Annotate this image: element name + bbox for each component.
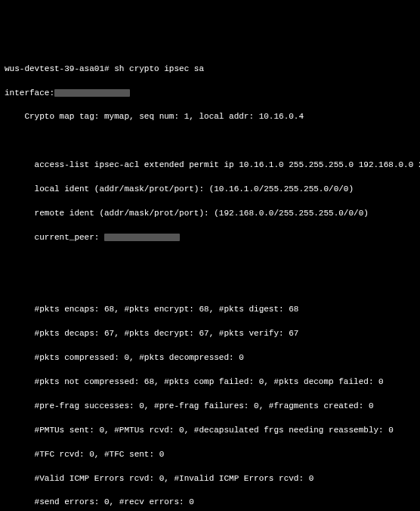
access-list-line: access-list ipsec-acl extended permit ip… bbox=[5, 159, 415, 172]
pkts-compressed-line: #pkts compressed: 0, #pkts decompressed:… bbox=[5, 352, 415, 364]
prefrag-line: #pre-frag successes: 0, #pre-frag failur… bbox=[5, 401, 415, 413]
local-ident-line: local ident (addr/mask/prot/port): (10.1… bbox=[5, 184, 415, 196]
pkts-decaps-line: #pkts decaps: 67, #pkts decrypt: 67, #pk… bbox=[5, 328, 415, 340]
terminal-output: wus-devtest-39-asa01# sh crypto ipsec sa… bbox=[5, 51, 415, 511]
send-errors-line: #send errors: 0, #recv errors: 0 bbox=[5, 497, 415, 509]
tfc-line: #TFC rcvd: 0, #TFC sent: 0 bbox=[5, 449, 415, 461]
prompt-line[interactable]: wus-devtest-39-asa01# sh crypto ipsec sa bbox=[5, 63, 415, 76]
command-text: sh crypto ipsec sa bbox=[114, 64, 204, 73]
interface-line: interface: bbox=[5, 88, 415, 100]
pmtus-line: #PMTUs sent: 0, #PMTUs rcvd: 0, #decapsu… bbox=[5, 425, 415, 437]
host-prompt: wus-devtest-39-asa01# bbox=[5, 64, 110, 73]
blank bbox=[5, 256, 415, 268]
pkts-not-compressed-line: #pkts not compressed: 68, #pkts comp fai… bbox=[5, 376, 415, 389]
crypto-map-line: Crypto map tag: mymap, seq num: 1, local… bbox=[5, 111, 415, 123]
icmp-errors-line: #Valid ICMP Errors rcvd: 0, #Invalid ICM… bbox=[5, 473, 415, 485]
redacted-interface bbox=[54, 89, 130, 97]
redacted-peer bbox=[104, 234, 180, 241]
current-peer-line: current_peer: bbox=[5, 232, 415, 244]
blank bbox=[5, 135, 415, 147]
remote-ident-line: remote ident (addr/mask/prot/port): (192… bbox=[5, 208, 415, 220]
pkts-encaps-line: #pkts encaps: 68, #pkts encrypt: 68, #pk… bbox=[5, 304, 415, 316]
blank bbox=[5, 280, 415, 293]
